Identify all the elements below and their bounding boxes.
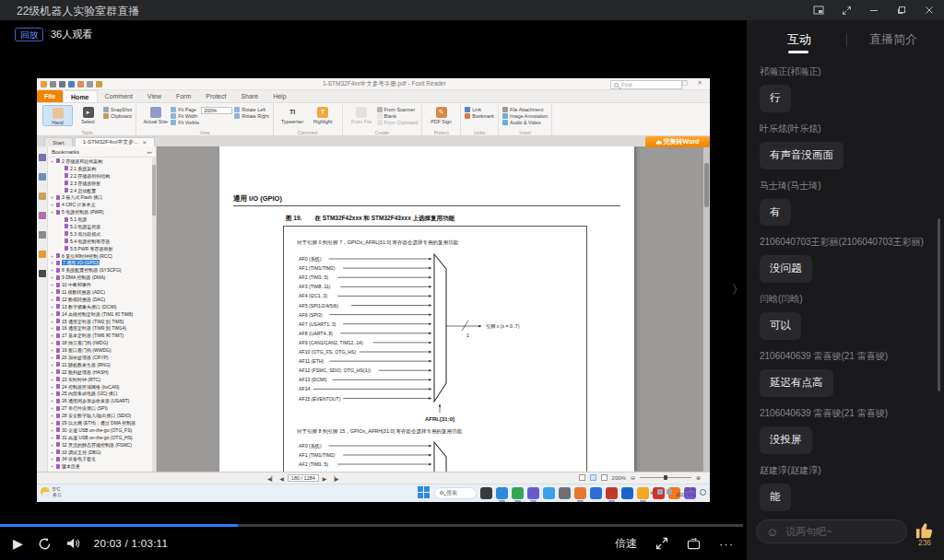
attachment-icon[interactable] [39, 231, 46, 239]
taskbar-search[interactable]: 搜索 [434, 487, 477, 499]
bookmark-item[interactable]: +28 安全数字输入/输出接口 (SDIO) [48, 412, 151, 419]
expander-icon[interactable]: + [51, 202, 54, 207]
weather-widget[interactable]: 5°C 多云 [41, 486, 62, 497]
expander-icon[interactable]: + [51, 332, 54, 338]
menu-tab-file[interactable]: File [37, 90, 63, 102]
expander-icon[interactable]: + [51, 319, 54, 324]
bookmark-item[interactable]: +20 加密处理器 (CRYP) [48, 354, 151, 361]
rotate-screen-icon[interactable] [687, 538, 701, 550]
next-page-icon[interactable]: ▶ [323, 475, 327, 482]
expander-icon[interactable]: + [51, 456, 54, 461]
ribbon-button-fit-width[interactable]: Fit Width [171, 113, 199, 119]
expander-icon[interactable]: + [51, 442, 54, 448]
bookmark-item[interactable]: +14 高级控制定时器 (TIM1 和 TIM8) [48, 310, 151, 318]
qat-icon[interactable] [68, 81, 75, 88]
chat-message-bubble[interactable]: 可以 [760, 312, 801, 340]
emoji-icon[interactable]: ☺ [766, 525, 778, 539]
ribbon-button-blank[interactable]: Blank [377, 113, 419, 119]
bookmark-item[interactable]: +15 通用定时器 (TIM2 到 TIM5) [48, 318, 151, 325]
taskbar-app-icon[interactable] [527, 487, 539, 499]
ribbon-button-highlight[interactable]: THighlight [308, 105, 338, 124]
quick-access-toolbar[interactable] [41, 81, 102, 88]
ribbon-button-rotate-left[interactable]: Rotate Left [234, 107, 268, 112]
ribbon-button-hand[interactable]: Hand [42, 105, 73, 126]
tray-language-icon[interactable] [657, 489, 663, 495]
expander-icon[interactable]: + [51, 260, 54, 265]
bookmark-item[interactable]: +17 基本定时器 (TIM6 和 TIM7) [48, 332, 151, 339]
chat-message-bubble[interactable]: 延迟有点高 [760, 369, 833, 397]
expander-icon[interactable]: + [51, 435, 54, 440]
bookmark-item[interactable]: +26 通用同步异步收发器 (USART) [48, 397, 151, 404]
bookmark-item[interactable]: +25 内部集成电路 (I2C) 接口 [48, 391, 151, 398]
bookmark-item[interactable]: +27 串行外设接口 (SPI) [48, 404, 151, 412]
playback-progress-bar[interactable] [0, 524, 743, 527]
bookmark-panel-icons[interactable]: ▸▸ [148, 149, 152, 155]
taskbar-app-icon[interactable] [574, 487, 586, 499]
taskbar-app-icon[interactable] [621, 487, 633, 499]
bookmark-item[interactable]: +22 散列处理器 (HASH) [48, 368, 151, 376]
expander-icon[interactable]: + [51, 158, 54, 164]
menu-tab-form[interactable]: Form [169, 90, 198, 102]
notification-bell-icon[interactable] [700, 489, 706, 496]
expander-icon[interactable]: + [51, 449, 54, 455]
expander-icon[interactable]: + [51, 304, 54, 309]
qat-icon[interactable] [87, 81, 93, 88]
bookmark-item[interactable]: +10 中断和事件 [48, 281, 151, 288]
layers-icon[interactable] [39, 212, 46, 219]
ribbon-button-pdf-sign[interactable]: ✎PDF Sign [426, 105, 456, 124]
bookmark-item[interactable]: +9 DMA 控制器 (DMA) [48, 274, 151, 281]
taskbar-app-icon[interactable] [590, 487, 602, 499]
facing-view-icon[interactable] [601, 474, 608, 481]
expander-icon[interactable]: + [51, 391, 54, 396]
bookmark-item[interactable]: +23 实时时钟 (RTC) [48, 376, 151, 383]
pages-icon[interactable] [39, 173, 46, 181]
bookmark-item[interactable]: +19 窗口看门狗 (WWDG) [48, 346, 151, 354]
close-tab-icon[interactable]: ✕ [142, 139, 147, 146]
bookmark-item[interactable]: 2.3 存储器映射 [48, 180, 151, 187]
bookmark-item[interactable]: +5 电源控制器 (PWR) [48, 208, 151, 216]
document-tab[interactable]: 1-STM32F4xx中文参...✕ [75, 137, 156, 146]
playback-speed-button[interactable]: 倍速 [615, 536, 637, 552]
expander-icon[interactable]: + [51, 405, 54, 411]
bookmark-item[interactable]: +13 数字摄像头接口 (DCMI) [48, 303, 151, 310]
ribbon-button-image-annotation[interactable]: Image Annotation [502, 113, 548, 119]
ribbon-button-typewriter[interactable]: TITypewriter [277, 105, 308, 124]
ribbon-button-fit-page[interactable]: Fit Page [171, 107, 199, 112]
thumbs-up-icon[interactable] [914, 521, 935, 540]
security-icon[interactable] [39, 251, 46, 258]
resize-icon[interactable] [839, 3, 854, 18]
bookmark-item[interactable]: +24 控制器区域网络 (bxCAN) [48, 383, 151, 391]
bookmark-item[interactable]: +29 以太网 (ETH)：通过 DMA 控制器 [48, 419, 151, 426]
bookmark-item[interactable]: +31 高速 USB on-the-go (OTG_HS) [48, 434, 151, 441]
expander-icon[interactable]: + [51, 413, 54, 418]
chat-input[interactable]: ☺ [756, 519, 907, 543]
volume-icon[interactable] [66, 537, 81, 550]
expander-icon[interactable]: + [51, 340, 54, 345]
popout-window-icon[interactable] [811, 3, 826, 18]
tab-stream-info[interactable]: 直播简介 [869, 31, 917, 48]
ribbon-button-from-file[interactable]: From File [347, 105, 377, 124]
taskbar-app-icon[interactable] [637, 487, 649, 499]
bookmark-item[interactable]: +版本历史 [48, 462, 151, 470]
expander-icon[interactable]: + [51, 209, 54, 215]
page-number-input[interactable]: 180 / 1284 [288, 474, 319, 482]
annotation-icon[interactable] [39, 192, 46, 200]
last-page-icon[interactable]: ▕▶ [330, 475, 338, 482]
bookmark-item[interactable]: +6 复位和时钟控制 (RCC) [48, 252, 151, 260]
chat-scrollbar[interactable] [938, 218, 940, 391]
ribbon-button-fit-visible[interactable]: Fit Visible [171, 120, 199, 125]
expander-icon[interactable]: + [51, 384, 54, 390]
taskbar-clock[interactable]: 16:46 2023/1/11 [676, 486, 696, 498]
bookmark-item[interactable]: 5.5 PWR 寄存器映射 [48, 245, 151, 252]
ribbon-button-file-attachment[interactable]: File Attachment [502, 107, 548, 112]
more-options-icon[interactable]: ··· [719, 537, 734, 551]
expander-icon[interactable]: + [51, 369, 54, 375]
bookmark-item[interactable]: +30 全速 USB on-the-go (OTG_FS) [48, 426, 151, 434]
menu-tab-comment[interactable]: Comment [98, 90, 140, 102]
maximize-icon[interactable] [894, 3, 909, 18]
ribbon-button-link[interactable]: Link [465, 107, 494, 112]
menu-tab-protect[interactable]: Protect [198, 90, 233, 102]
ribbon-button-snapshot[interactable]: SnapShot [103, 107, 132, 112]
expander-icon[interactable]: + [51, 398, 54, 403]
bookmark-item[interactable]: 5.2 电源监控器 [48, 223, 151, 230]
